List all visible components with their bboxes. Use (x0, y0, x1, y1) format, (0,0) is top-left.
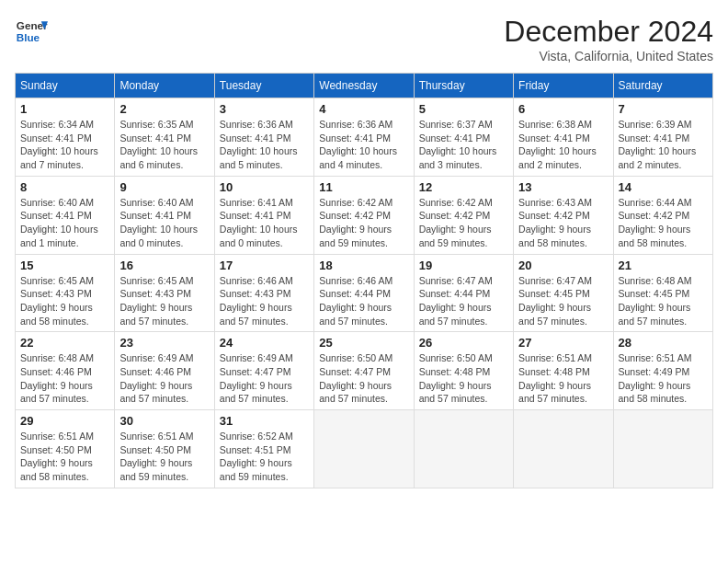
calendar-header-friday: Friday (514, 74, 613, 98)
location: Vista, California, United States (504, 49, 713, 63)
day-number: 23 (119, 336, 209, 350)
day-info: Sunrise: 6:48 AMSunset: 4:46 PMDaylight:… (20, 352, 94, 404)
day-number: 14 (619, 180, 708, 194)
calendar-cell: 28 Sunrise: 6:51 AMSunset: 4:49 PMDaylig… (613, 332, 712, 410)
logo-icon: General Blue (15, 15, 48, 48)
day-info: Sunrise: 6:49 AMSunset: 4:46 PMDaylight:… (119, 352, 193, 404)
day-number: 9 (119, 180, 209, 194)
month-year: December 2024 (504, 15, 713, 49)
day-number: 24 (220, 336, 309, 350)
calendar-cell: 7 Sunrise: 6:39 AMSunset: 4:41 PMDayligh… (613, 98, 712, 177)
calendar-week-3: 15 Sunrise: 6:45 AMSunset: 4:43 PMDaylig… (16, 254, 713, 332)
calendar-header-wednesday: Wednesday (314, 74, 414, 98)
day-number: 21 (619, 259, 708, 272)
day-info: Sunrise: 6:38 AMSunset: 4:41 PMDaylight:… (518, 119, 597, 170)
day-number: 15 (20, 259, 109, 272)
day-number: 26 (419, 336, 508, 350)
calendar-cell: 18 Sunrise: 6:46 AMSunset: 4:44 PMDaylig… (314, 254, 414, 332)
calendar-week-2: 8 Sunrise: 6:40 AMSunset: 4:41 PMDayligh… (16, 176, 713, 254)
day-number: 10 (220, 180, 309, 194)
title-block: December 2024 Vista, California, United … (504, 15, 713, 63)
day-info: Sunrise: 6:49 AMSunset: 4:47 PMDaylight:… (220, 352, 293, 404)
calendar-cell: 29 Sunrise: 6:51 AMSunset: 4:50 PMDaylig… (16, 410, 115, 488)
day-number: 5 (419, 102, 508, 116)
calendar-week-1: 1 Sunrise: 6:34 AMSunset: 4:41 PMDayligh… (16, 98, 713, 177)
day-info: Sunrise: 6:45 AMSunset: 4:43 PMDaylight:… (119, 275, 193, 327)
day-info: Sunrise: 6:36 AMSunset: 4:41 PMDaylight:… (319, 119, 397, 170)
day-number: 19 (419, 259, 508, 272)
day-info: Sunrise: 6:51 AMSunset: 4:50 PMDaylight:… (119, 431, 193, 482)
calendar-cell (514, 410, 613, 488)
day-number: 29 (20, 414, 109, 428)
day-number: 22 (20, 336, 109, 350)
calendar-cell: 22 Sunrise: 6:48 AMSunset: 4:46 PMDaylig… (16, 332, 115, 410)
calendar-cell: 9 Sunrise: 6:40 AMSunset: 4:41 PMDayligh… (115, 176, 214, 254)
day-info: Sunrise: 6:46 AMSunset: 4:44 PMDaylight:… (319, 275, 392, 327)
day-info: Sunrise: 6:50 AMSunset: 4:47 PMDaylight:… (319, 352, 392, 404)
day-number: 20 (518, 259, 608, 272)
day-number: 27 (518, 336, 608, 350)
day-info: Sunrise: 6:46 AMSunset: 4:43 PMDaylight:… (220, 275, 293, 327)
day-info: Sunrise: 6:35 AMSunset: 4:41 PMDaylight:… (119, 119, 198, 170)
day-info: Sunrise: 6:48 AMSunset: 4:45 PMDaylight:… (619, 275, 692, 327)
svg-text:Blue: Blue (17, 31, 40, 43)
calendar-cell: 21 Sunrise: 6:48 AMSunset: 4:45 PMDaylig… (613, 254, 712, 332)
day-info: Sunrise: 6:41 AMSunset: 4:41 PMDaylight:… (220, 197, 298, 248)
day-info: Sunrise: 6:37 AMSunset: 4:41 PMDaylight:… (419, 119, 497, 170)
calendar-cell: 31 Sunrise: 6:52 AMSunset: 4:51 PMDaylig… (214, 410, 313, 488)
day-number: 2 (119, 102, 209, 116)
day-number: 31 (220, 414, 309, 428)
day-number: 17 (220, 259, 309, 272)
calendar-cell: 20 Sunrise: 6:47 AMSunset: 4:45 PMDaylig… (514, 254, 613, 332)
calendar-cell (613, 410, 712, 488)
day-info: Sunrise: 6:39 AMSunset: 4:41 PMDaylight:… (619, 119, 697, 170)
calendar-cell: 16 Sunrise: 6:45 AMSunset: 4:43 PMDaylig… (115, 254, 214, 332)
day-info: Sunrise: 6:45 AMSunset: 4:43 PMDaylight:… (20, 275, 94, 327)
day-number: 1 (20, 102, 109, 116)
day-info: Sunrise: 6:34 AMSunset: 4:41 PMDaylight:… (20, 119, 98, 170)
day-info: Sunrise: 6:44 AMSunset: 4:42 PMDaylight:… (619, 197, 692, 248)
page-header: General Blue December 2024 Vista, Califo… (15, 15, 713, 63)
calendar-week-4: 22 Sunrise: 6:48 AMSunset: 4:46 PMDaylig… (16, 332, 713, 410)
day-info: Sunrise: 6:40 AMSunset: 4:41 PMDaylight:… (20, 197, 98, 248)
calendar-cell: 2 Sunrise: 6:35 AMSunset: 4:41 PMDayligh… (115, 98, 214, 177)
day-number: 8 (20, 180, 109, 194)
calendar-cell: 24 Sunrise: 6:49 AMSunset: 4:47 PMDaylig… (214, 332, 313, 410)
calendar-header-row: SundayMondayTuesdayWednesdayThursdayFrid… (16, 74, 713, 98)
day-info: Sunrise: 6:42 AMSunset: 4:42 PMDaylight:… (419, 197, 493, 248)
calendar-cell: 3 Sunrise: 6:36 AMSunset: 4:41 PMDayligh… (214, 98, 313, 177)
calendar-cell: 27 Sunrise: 6:51 AMSunset: 4:48 PMDaylig… (514, 332, 613, 410)
day-info: Sunrise: 6:47 AMSunset: 4:45 PMDaylight:… (518, 275, 592, 327)
day-info: Sunrise: 6:43 AMSunset: 4:42 PMDaylight:… (518, 197, 592, 248)
day-info: Sunrise: 6:51 AMSunset: 4:49 PMDaylight:… (619, 352, 692, 404)
calendar-cell (414, 410, 513, 488)
day-info: Sunrise: 6:51 AMSunset: 4:50 PMDaylight:… (20, 431, 94, 482)
calendar-cell: 23 Sunrise: 6:49 AMSunset: 4:46 PMDaylig… (115, 332, 214, 410)
day-number: 7 (619, 102, 708, 116)
calendar-cell: 12 Sunrise: 6:42 AMSunset: 4:42 PMDaylig… (414, 176, 513, 254)
day-number: 28 (619, 336, 708, 350)
day-info: Sunrise: 6:50 AMSunset: 4:48 PMDaylight:… (419, 352, 493, 404)
day-number: 6 (518, 102, 608, 116)
calendar-cell: 19 Sunrise: 6:47 AMSunset: 4:44 PMDaylig… (414, 254, 513, 332)
calendar-cell: 10 Sunrise: 6:41 AMSunset: 4:41 PMDaylig… (214, 176, 313, 254)
calendar-cell: 8 Sunrise: 6:40 AMSunset: 4:41 PMDayligh… (16, 176, 115, 254)
day-number: 12 (419, 180, 508, 194)
calendar-cell (314, 410, 414, 488)
calendar-header-thursday: Thursday (414, 74, 513, 98)
calendar-cell: 17 Sunrise: 6:46 AMSunset: 4:43 PMDaylig… (214, 254, 313, 332)
calendar-cell: 25 Sunrise: 6:50 AMSunset: 4:47 PMDaylig… (314, 332, 414, 410)
calendar-cell: 30 Sunrise: 6:51 AMSunset: 4:50 PMDaylig… (115, 410, 214, 488)
calendar-cell: 6 Sunrise: 6:38 AMSunset: 4:41 PMDayligh… (514, 98, 613, 177)
calendar-cell: 5 Sunrise: 6:37 AMSunset: 4:41 PMDayligh… (414, 98, 513, 177)
day-info: Sunrise: 6:47 AMSunset: 4:44 PMDaylight:… (419, 275, 493, 327)
calendar-table: SundayMondayTuesdayWednesdayThursdayFrid… (15, 73, 713, 488)
calendar-week-5: 29 Sunrise: 6:51 AMSunset: 4:50 PMDaylig… (16, 410, 713, 488)
day-number: 3 (220, 102, 309, 116)
day-number: 25 (319, 336, 408, 350)
calendar-cell: 1 Sunrise: 6:34 AMSunset: 4:41 PMDayligh… (16, 98, 115, 177)
day-number: 16 (119, 259, 209, 272)
calendar-cell: 11 Sunrise: 6:42 AMSunset: 4:42 PMDaylig… (314, 176, 414, 254)
logo: General Blue (15, 15, 50, 48)
calendar-header-sunday: Sunday (16, 74, 115, 98)
